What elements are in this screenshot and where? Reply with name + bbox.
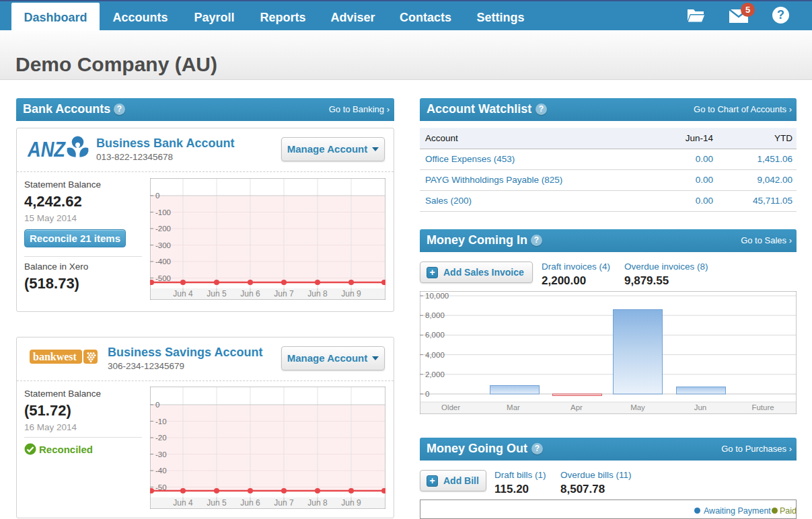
svg-text:-40: -40 bbox=[155, 467, 167, 475]
svg-text:Apr: Apr bbox=[570, 403, 583, 411]
svg-text:-30: -30 bbox=[155, 450, 167, 458]
svg-text:Jun 4: Jun 4 bbox=[173, 289, 193, 298]
svg-text:Jun 9: Jun 9 bbox=[341, 289, 361, 298]
svg-text:10,000: 10,000 bbox=[425, 292, 449, 300]
svg-text:0: 0 bbox=[155, 401, 159, 409]
svg-text:-300: -300 bbox=[155, 241, 171, 249]
svg-text:Jun 4: Jun 4 bbox=[173, 498, 193, 508]
svg-text:Jun: Jun bbox=[694, 403, 707, 411]
svg-text:-500: -500 bbox=[155, 274, 171, 282]
svg-text:Jun 7: Jun 7 bbox=[274, 498, 294, 508]
svg-text:-400: -400 bbox=[155, 257, 171, 266]
svg-text:6,000: 6,000 bbox=[425, 331, 445, 339]
svg-text:2,000: 2,000 bbox=[425, 370, 445, 378]
svg-text:bankwest: bankwest bbox=[33, 351, 77, 362]
svg-text:8,000: 8,000 bbox=[425, 311, 445, 319]
svg-text:Jun 8: Jun 8 bbox=[307, 498, 328, 508]
svg-text:-50: -50 bbox=[155, 483, 167, 491]
svg-text:-20: -20 bbox=[155, 434, 167, 442]
svg-text:ANZ: ANZ bbox=[28, 138, 66, 158]
svg-text:-100: -100 bbox=[155, 208, 171, 216]
svg-text:Jun 6: Jun 6 bbox=[240, 289, 260, 298]
svg-text:Mar: Mar bbox=[507, 403, 520, 411]
svg-text:Future: Future bbox=[751, 403, 774, 411]
svg-text:Jun 6: Jun 6 bbox=[240, 498, 260, 508]
svg-text:-10: -10 bbox=[155, 417, 167, 426]
svg-text:Jun 8: Jun 8 bbox=[307, 289, 328, 298]
svg-text:Jun 5: Jun 5 bbox=[207, 498, 227, 508]
svg-text:0: 0 bbox=[425, 390, 429, 398]
svg-text:May: May bbox=[630, 403, 645, 411]
svg-text:-200: -200 bbox=[155, 225, 171, 233]
svg-text:4,000: 4,000 bbox=[425, 351, 445, 359]
svg-text:0: 0 bbox=[155, 192, 159, 200]
svg-text:Older: Older bbox=[441, 403, 460, 411]
svg-text:Jun 9: Jun 9 bbox=[341, 498, 361, 508]
svg-text:Jun 5: Jun 5 bbox=[207, 289, 227, 298]
svg-text:Jun 7: Jun 7 bbox=[274, 289, 294, 298]
